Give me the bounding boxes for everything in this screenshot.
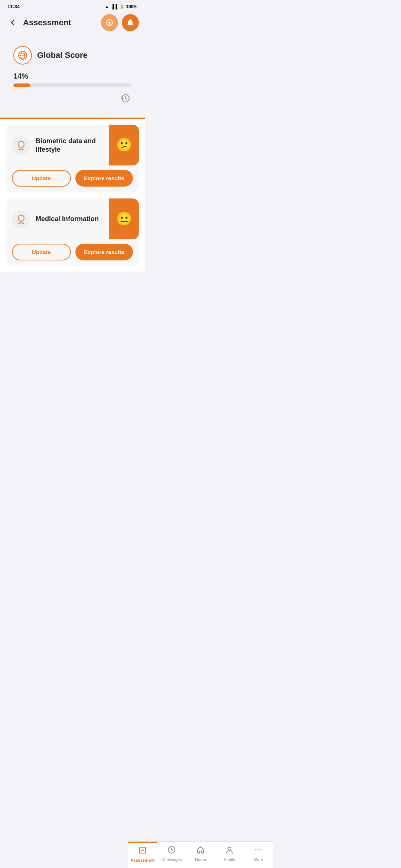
signal-icon: ▐▐ bbox=[111, 4, 117, 9]
svg-point-7 bbox=[14, 138, 29, 153]
card-icon-area bbox=[12, 136, 30, 155]
card-icon-area bbox=[12, 210, 30, 228]
battery-icon: 🔋 100% bbox=[119, 4, 137, 9]
page-title: Assessment bbox=[23, 18, 71, 27]
progress-bar-fill bbox=[13, 83, 30, 87]
global-score-header: Global Score bbox=[13, 46, 131, 65]
medical-title: Medical Information bbox=[36, 215, 99, 223]
global-score-card: Global Score 14% bbox=[6, 40, 139, 112]
header: Assessment bbox=[0, 11, 145, 36]
svg-point-8 bbox=[14, 212, 29, 227]
status-bar: 11:34 ▲ ▐▐ 🔋 100% bbox=[0, 0, 145, 11]
card-buttons: Update Explore results bbox=[6, 165, 139, 193]
card-info: Medical Information bbox=[6, 198, 109, 239]
notification-button[interactable] bbox=[122, 14, 139, 31]
status-icons: ▲ ▐▐ 🔋 100% bbox=[105, 4, 137, 9]
biometric-icon bbox=[12, 136, 30, 155]
history-button[interactable] bbox=[120, 92, 131, 104]
biometric-explore-button[interactable]: Explore results bbox=[75, 170, 133, 187]
medical-emoji: 😐 bbox=[109, 198, 139, 239]
header-icons bbox=[101, 14, 139, 31]
card-top: Medical Information 😐 bbox=[6, 198, 139, 239]
status-time: 11:34 bbox=[7, 4, 20, 9]
medical-icon bbox=[12, 210, 30, 228]
score-footer bbox=[13, 92, 131, 104]
progress-bar bbox=[13, 83, 131, 87]
biometric-title: Biometric data and lifestyle bbox=[36, 137, 103, 154]
header-left: Assessment bbox=[6, 16, 71, 29]
global-score-title: Global Score bbox=[37, 50, 88, 60]
wifi-icon: ▲ bbox=[105, 4, 109, 9]
medical-explore-button[interactable]: Explore results bbox=[75, 244, 133, 260]
globe-icon bbox=[13, 46, 32, 65]
medical-card: Medical Information 😐 Update Explore res… bbox=[6, 198, 139, 266]
cards-area: Biometric data and lifestyle 😕 Update Ex… bbox=[0, 119, 145, 272]
biometric-update-button[interactable]: Update bbox=[12, 170, 71, 187]
biometric-card: Biometric data and lifestyle 😕 Update Ex… bbox=[6, 125, 139, 193]
badge-button[interactable] bbox=[101, 14, 118, 31]
card-buttons: Update Explore results bbox=[6, 239, 139, 266]
score-percent: 14% bbox=[13, 72, 131, 80]
card-top: Biometric data and lifestyle 😕 bbox=[6, 125, 139, 165]
card-info: Biometric data and lifestyle bbox=[6, 125, 109, 165]
back-button[interactable] bbox=[6, 16, 19, 29]
medical-update-button[interactable]: Update bbox=[12, 244, 71, 260]
biometric-emoji: 😕 bbox=[109, 125, 139, 165]
